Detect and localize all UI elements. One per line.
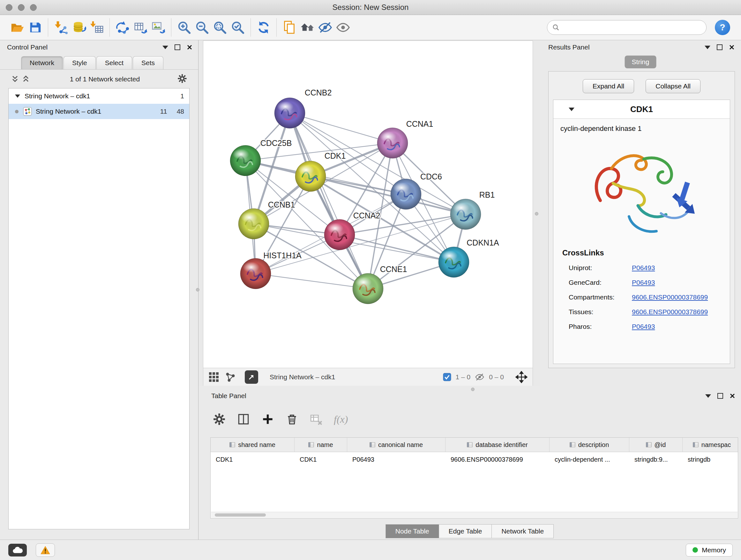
expand-all-button[interactable]: Expand All [583,79,634,93]
column-header-namespac[interactable]: namespac [683,438,738,452]
show-graphics-icon[interactable] [334,18,352,37]
column-header--id[interactable]: @id [629,438,683,452]
selected-nodes-checkbox[interactable] [443,373,451,381]
node-table[interactable]: shared namenamecanonical namedatabase id… [210,437,738,518]
column-header-canonical-name[interactable]: canonical name [347,438,446,452]
tab-network[interactable]: Network [21,56,63,69]
network-node-hist1h1a[interactable]: HIST1H1A [240,251,301,289]
table-options-gear-icon[interactable] [212,413,226,426]
table-cell[interactable]: CDK1 [211,452,294,467]
grid-view-icon[interactable] [208,372,219,382]
duplicate-pages-icon[interactable] [280,18,298,37]
tab-style[interactable]: Style [64,56,96,69]
table-cell[interactable]: CDK1 [294,452,347,467]
crosslink-link[interactable]: P06493 [632,264,655,272]
import-table-file-icon[interactable] [88,18,106,37]
table-horizontal-scrollbar[interactable] [211,512,738,518]
crosslink-link[interactable]: 9606.ENSP00000378699 [632,294,708,301]
crosslink-link[interactable]: P06493 [632,323,655,330]
network-edge[interactable] [290,113,368,289]
warning-button[interactable] [36,543,55,557]
float-panel-icon[interactable] [175,44,180,50]
cloud-button[interactable] [8,544,27,557]
panel-menu-icon[interactable] [162,46,168,49]
panel-menu-icon[interactable] [705,394,711,398]
column-header-description[interactable]: description [549,438,629,452]
protein-section-header[interactable]: CDK1 [553,100,730,119]
section-disclosure-icon[interactable] [569,108,575,111]
table-cell[interactable]: stringdb [683,452,738,467]
tab-network-table[interactable]: Network Table [491,524,554,538]
pan-move-icon[interactable] [515,371,528,383]
float-panel-icon[interactable] [717,44,723,50]
memory-button[interactable]: Memory [686,544,733,557]
network-node-ccna1[interactable]: CCNA1 [377,119,433,159]
network-edge[interactable] [256,273,368,289]
network-collection-row[interactable]: String Network – cdk1 1 [9,88,189,104]
close-panel-icon[interactable] [187,44,192,50]
scrollbar-thumb[interactable] [215,513,266,516]
network-graph[interactable]: CCNB2CCNA1CDC25BCDK1CDC6RB1CCNB1CCNA2CDK… [203,41,533,368]
expand-all-icon[interactable] [22,75,30,84]
column-header-name[interactable]: name [294,438,347,452]
help-button[interactable]: ? [715,20,730,35]
tab-select[interactable]: Select [96,56,132,69]
tab-node-table[interactable]: Node Table [386,524,439,538]
show-columns-icon[interactable] [237,413,250,426]
export-image-icon[interactable] [149,18,167,37]
clone-network-icon[interactable] [114,18,131,37]
vertical-splitter-handle[interactable] [196,288,199,292]
export-table-icon[interactable] [131,18,149,37]
horizontal-splitter-handle[interactable] [471,388,475,391]
network-node-cdkn1a[interactable]: CDKN1A [439,238,499,277]
tab-string[interactable]: String [625,56,657,68]
table-cell[interactable]: cyclin-dependent ... [549,452,629,467]
network-options-gear-icon[interactable] [177,73,187,85]
minimize-button[interactable] [18,4,24,11]
hidden-elements-icon[interactable] [475,372,484,382]
import-network-database-icon[interactable] [70,18,88,37]
refresh-icon[interactable] [255,18,273,37]
table-cell[interactable]: P06493 [347,452,446,467]
collapse-all-icon[interactable] [11,75,19,84]
float-panel-icon[interactable] [718,393,723,399]
column-header-database-identifier[interactable]: database identifier [446,438,549,452]
close-panel-icon[interactable] [730,393,735,399]
zoom-fit-icon[interactable] [211,18,229,37]
table-row[interactable]: CDK1CDK1P064939606.ENSP00000378699cyclin… [211,452,738,467]
maximize-button[interactable] [30,4,37,11]
close-button[interactable] [6,4,12,11]
vertical-splitter-handle[interactable] [535,212,538,215]
tab-sets[interactable]: Sets [133,56,163,69]
table-cell[interactable]: 9606.ENSP00000378699 [446,452,549,467]
network-canvas[interactable]: CCNB2CCNA1CDC25BCDK1CDC6RB1CCNB1CCNA2CDK… [203,41,533,368]
network-node-rb1[interactable]: RB1 [450,190,495,230]
zoom-out-icon[interactable] [193,18,211,37]
export-view-button[interactable] [245,370,258,384]
table-cell[interactable]: stringdb:9... [629,452,683,467]
hide-graphics-icon[interactable] [316,18,334,37]
search-box[interactable] [547,20,706,35]
panel-menu-icon[interactable] [704,46,711,49]
close-panel-icon[interactable] [729,44,735,50]
save-session-icon[interactable] [26,18,44,37]
network-edge[interactable] [290,113,393,143]
home-icon[interactable] [298,18,316,37]
collapse-all-button[interactable]: Collapse All [646,79,700,93]
crosslink-link[interactable]: P06493 [632,279,655,287]
network-node-ccne1[interactable]: CCNE1 [353,265,407,304]
open-session-icon[interactable] [8,18,26,37]
tab-edge-table[interactable]: Edge Table [439,524,492,538]
network-node-cdk1[interactable]: CDK1 [295,151,346,192]
search-input[interactable] [562,23,706,32]
network-row-selected[interactable]: String Network – cdk1 11 48 [9,104,189,119]
delete-column-icon[interactable] [285,413,299,426]
network-edge[interactable] [340,235,454,262]
birdseye-view-icon[interactable] [225,372,236,382]
add-column-icon[interactable] [261,413,274,426]
import-network-file-icon[interactable] [52,18,70,37]
zoom-in-icon[interactable] [175,18,193,37]
collection-disclosure-icon[interactable] [15,95,20,98]
crosslink-link[interactable]: 9606.ENSP00000378699 [632,308,708,316]
column-header-shared-name[interactable]: shared name [211,438,294,452]
